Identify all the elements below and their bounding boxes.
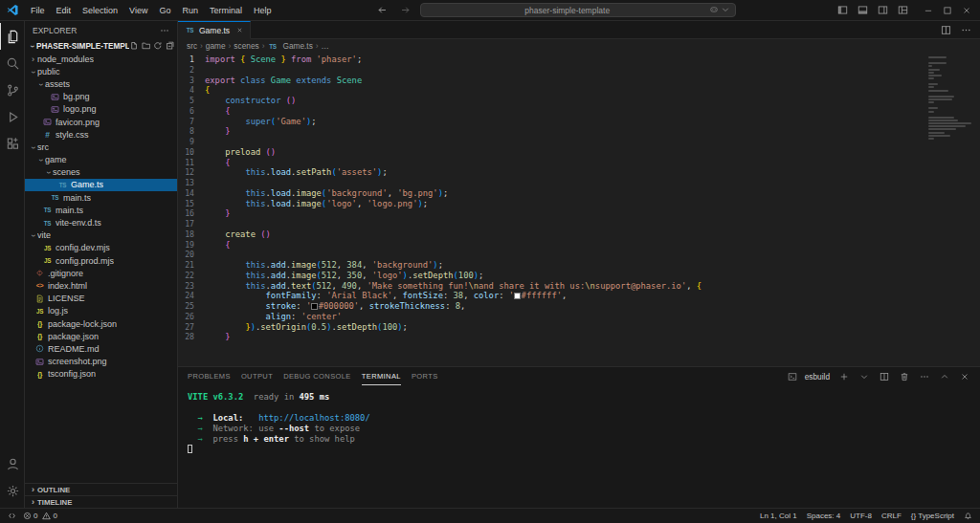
menu-run[interactable]: Run [176, 6, 204, 15]
minimize-button[interactable] [919, 4, 938, 17]
file-config-prod-mjs[interactable]: JSconfig.prod.mjs [25, 254, 177, 267]
file-scenes[interactable]: ›scenes [25, 166, 177, 179]
status-crlf[interactable]: CRLF [881, 512, 902, 520]
code-line-11[interactable]: 11 { [178, 158, 926, 168]
file-tsconfig-json[interactable]: {}tsconfig.json [25, 368, 177, 381]
file-favicon-png[interactable]: favicon.png [25, 116, 177, 128]
new-file-icon[interactable] [129, 41, 139, 51]
file-logo-png[interactable]: logo.png [25, 103, 177, 116]
panel-tab-debug-console[interactable]: DEBUG CONSOLE [283, 367, 351, 385]
activitybar-settings[interactable] [0, 477, 24, 504]
activitybar-explorer[interactable] [0, 23, 24, 50]
file-main-ts[interactable]: TSmain.ts [25, 204, 177, 216]
file-config-dev-mjs[interactable]: JSconfig.dev.mjs [25, 242, 177, 254]
add-icon[interactable] [836, 371, 852, 382]
file-screenshot-png[interactable]: screenshot.png [25, 356, 177, 368]
code-line-10[interactable]: 10 preload () [178, 147, 926, 158]
file-public[interactable]: ›public [25, 65, 177, 77]
new-folder-icon[interactable] [142, 41, 151, 51]
menu-terminal[interactable]: Terminal [204, 6, 248, 15]
file-style-css[interactable]: #style.css [25, 128, 177, 141]
chevron-down-icon[interactable] [721, 5, 730, 16]
file-vite-env-d-ts[interactable]: TSvite-env.d.ts [25, 216, 177, 229]
breadcrumb-scenes[interactable]: scenes [234, 41, 258, 51]
status-utf-8[interactable]: UTF-8 [850, 512, 872, 520]
code-line-6[interactable]: 6 { [178, 106, 926, 117]
file-log-js[interactable]: JSlog.js [25, 305, 177, 317]
activitybar-run-debug[interactable] [0, 103, 24, 130]
code-line-3[interactable]: 3export class Game extends Scene [178, 76, 926, 86]
code-line-12[interactable]: 12 this.load.setPath('assets'); [178, 167, 926, 178]
copilot-icon[interactable] [709, 5, 719, 16]
maximize-button[interactable] [938, 4, 957, 17]
project-root-row[interactable]: › PHASER-SIMPLE-TEMPL... [25, 39, 177, 53]
tab-game-ts[interactable]: TS Game.ts [178, 21, 251, 39]
more-icon[interactable] [917, 371, 932, 382]
file-vite[interactable]: ›vite [25, 229, 177, 242]
code-line-26[interactable]: 26 align: 'center' [178, 312, 926, 322]
panel-tab-ports[interactable]: PORTS [412, 367, 438, 385]
code-line-27[interactable]: 27 }).setOrigin(0.5).setDepth(100); [178, 322, 926, 333]
code-line-4[interactable]: 4{ [178, 85, 926, 96]
more-icon[interactable] [958, 24, 974, 36]
terminal[interactable]: VITE v6.3.2 ready in 495 ms → Local: htt… [178, 385, 980, 508]
code-line-17[interactable]: 17 [178, 219, 926, 229]
panel-tab-problems[interactable]: PROBLEMS [188, 367, 231, 385]
menu-go[interactable]: Go [153, 6, 176, 15]
layout-left-icon[interactable] [833, 3, 853, 17]
chevron-down-icon[interactable] [857, 371, 872, 382]
code-line-1[interactable]: 1import { Scene } from 'phaser'; [178, 54, 926, 65]
panel-tab-terminal[interactable]: TERMINAL [362, 367, 401, 385]
refresh-icon[interactable] [153, 41, 163, 51]
terminal-profile-label[interactable]: esbuild [805, 372, 830, 381]
code-line-8[interactable]: 8 } [178, 126, 926, 137]
breadcrumb-game[interactable]: game [206, 41, 226, 51]
activitybar-accounts[interactable] [0, 450, 24, 477]
layout-bottom-icon[interactable] [853, 3, 873, 17]
activitybar-source-control[interactable] [0, 76, 24, 103]
close-button[interactable] [957, 4, 976, 17]
file-bg-png[interactable]: bg.png [25, 91, 177, 103]
file-assets[interactable]: ›assets [25, 77, 177, 90]
code-line-25[interactable]: 25 stroke: '#000000', strokeThickness: 8… [178, 301, 926, 312]
section-timeline[interactable]: ›TIMELINE [25, 495, 177, 508]
close-tab-icon[interactable] [236, 27, 243, 33]
code-line-20[interactable]: 20 [178, 250, 926, 260]
code-line-7[interactable]: 7 super('Game'); [178, 117, 926, 127]
command-center[interactable]: phaser-simple-template [420, 3, 736, 17]
file--gitignore[interactable]: .gitignore [25, 267, 177, 279]
file-readme-md[interactable]: README.md [25, 342, 177, 355]
layout-custom-icon[interactable] [893, 3, 913, 17]
code-line-2[interactable]: 2 [178, 65, 926, 76]
problems-indicator[interactable]: 0 0 [23, 512, 57, 520]
menu-selection[interactable]: Selection [77, 6, 123, 15]
file-index-html[interactable]: <>index.html [25, 279, 177, 292]
breadcrumb--[interactable]: … [322, 41, 329, 51]
activitybar-search[interactable] [0, 50, 24, 76]
file-node-modules[interactable]: ›node_modules [25, 53, 177, 65]
code-line-16[interactable]: 16 } [178, 208, 926, 219]
menu-help[interactable]: Help [248, 6, 278, 15]
explorer-more-actions-icon[interactable] [160, 26, 169, 35]
collapse-all-icon[interactable] [166, 41, 175, 51]
panel-tab-output[interactable]: OUTPUT [241, 367, 273, 385]
code-line-18[interactable]: 18 create () [178, 229, 926, 240]
split-editor-icon[interactable] [938, 24, 954, 36]
split-editor-icon[interactable] [877, 371, 892, 382]
file-game-ts[interactable]: TSGame.ts [25, 179, 177, 191]
code-editor[interactable]: 1import { Scene } from 'phaser';23export… [178, 53, 980, 366]
code-line-13[interactable]: 13 [178, 178, 926, 188]
close-icon[interactable] [957, 371, 972, 382]
menu-view[interactable]: View [123, 6, 153, 15]
breadcrumb-game-ts[interactable]: TSGame.ts [267, 41, 312, 51]
file-game[interactable]: ›game [25, 154, 177, 166]
code-line-23[interactable]: 23 this.add.text(512, 490, 'Make somethi… [178, 281, 926, 292]
menu-file[interactable]: File [25, 6, 51, 15]
code-line-9[interactable]: 9 [178, 137, 926, 147]
file-src[interactable]: ›src [25, 141, 177, 153]
file-package-lock-json[interactable]: {}package-lock.json [25, 317, 177, 330]
minimap[interactable] [926, 53, 980, 366]
breadcrumb-src[interactable]: src [187, 41, 197, 51]
code-line-21[interactable]: 21 this.add.image(512, 384, 'background'… [178, 260, 926, 271]
remote-icon[interactable] [8, 512, 16, 520]
